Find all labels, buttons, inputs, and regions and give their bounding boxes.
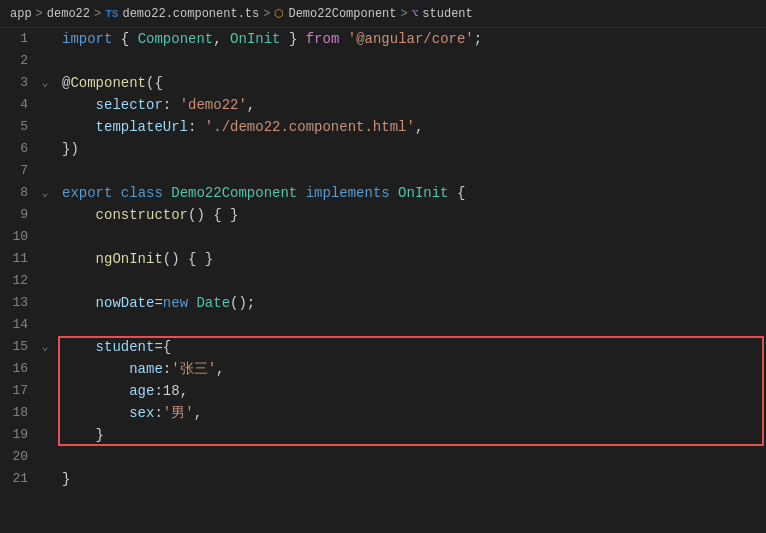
line-number: 5 xyxy=(8,116,28,138)
fold-arrow xyxy=(36,314,54,336)
code-line: export class Demo22Component implements … xyxy=(58,182,766,204)
line-number: 9 xyxy=(8,204,28,226)
fold-arrow xyxy=(36,468,54,490)
fold-arrow[interactable]: ⌄ xyxy=(36,72,54,94)
fold-arrow xyxy=(36,358,54,380)
code-token: ngOnInit xyxy=(62,248,163,270)
code-token: () { } xyxy=(188,204,238,226)
line-number: 17 xyxy=(8,380,28,402)
fold-gutter: ⌄⌄⌄ xyxy=(36,28,54,533)
code-line xyxy=(58,446,766,468)
line-number: 7 xyxy=(8,160,28,182)
code-token xyxy=(390,182,398,204)
code-token: Demo22Component xyxy=(171,182,297,204)
code-line: sex:'男', xyxy=(58,402,766,424)
code-token: OnInit xyxy=(230,28,280,50)
breadcrumb-sep-1: > xyxy=(36,7,43,21)
code-token: } xyxy=(62,424,104,446)
code-token: templateUrl xyxy=(62,116,188,138)
code-line: age:18, xyxy=(58,380,766,402)
code-content[interactable]: import { Component, OnInit } from '@angu… xyxy=(54,28,766,533)
code-token: new xyxy=(163,292,188,314)
fold-arrow xyxy=(36,94,54,116)
code-token: './demo22.component.html' xyxy=(205,116,415,138)
code-token xyxy=(112,182,120,204)
fold-arrow xyxy=(36,160,54,182)
line-number: 20 xyxy=(8,446,28,468)
code-line xyxy=(58,314,766,336)
code-token: ; xyxy=(474,28,482,50)
code-line: templateUrl: './demo22.component.html', xyxy=(58,116,766,138)
code-line xyxy=(58,270,766,292)
code-token: 'demo22' xyxy=(180,94,247,116)
code-token: '男' xyxy=(163,402,194,424)
fold-arrow xyxy=(36,424,54,446)
line-number: 13 xyxy=(8,292,28,314)
code-area[interactable]: 123456789101112131415161718192021 ⌄⌄⌄ im… xyxy=(0,28,766,533)
code-line: selector: 'demo22', xyxy=(58,94,766,116)
code-token xyxy=(297,182,305,204)
breadcrumb-component[interactable]: Demo22Component xyxy=(288,7,396,21)
line-number: 1 xyxy=(8,28,28,50)
code-line: nowDate=new Date(); xyxy=(58,292,766,314)
code-token: } xyxy=(62,468,70,490)
code-token: Component xyxy=(138,28,214,50)
line-numbers: 123456789101112131415161718192021 xyxy=(0,28,36,533)
breadcrumb: app > demo22 > TS demo22.component.ts > … xyxy=(0,0,766,28)
code-token: student xyxy=(62,336,154,358)
code-token: '@angular/core' xyxy=(348,28,474,50)
breadcrumb-method[interactable]: student xyxy=(422,7,472,21)
code-token: (); xyxy=(230,292,255,314)
line-number: 6 xyxy=(8,138,28,160)
line-number: 2 xyxy=(8,50,28,72)
line-number: 14 xyxy=(8,314,28,336)
code-token: Date xyxy=(196,292,230,314)
code-token: , xyxy=(194,402,202,424)
fold-arrow xyxy=(36,204,54,226)
code-token: implements xyxy=(306,182,390,204)
code-token: , xyxy=(216,358,224,380)
breadcrumb-filename[interactable]: demo22.component.ts xyxy=(122,7,259,21)
code-token: :18, xyxy=(154,380,188,402)
code-line: ngOnInit() { } xyxy=(58,248,766,270)
line-number: 11 xyxy=(8,248,28,270)
fold-arrow xyxy=(36,292,54,314)
code-token: : xyxy=(154,402,162,424)
line-number: 10 xyxy=(8,226,28,248)
code-token: sex xyxy=(62,402,154,424)
code-token: = xyxy=(154,292,162,314)
fold-arrow xyxy=(36,116,54,138)
code-token: @ xyxy=(62,72,70,94)
component-icon: ⬡ xyxy=(274,7,284,20)
method-icon: ⌥ xyxy=(412,7,419,20)
code-token: { xyxy=(449,182,466,204)
code-token xyxy=(339,28,347,50)
code-token: '张三' xyxy=(171,358,216,380)
breadcrumb-demo22[interactable]: demo22 xyxy=(47,7,90,21)
code-token: from xyxy=(306,28,340,50)
line-number: 15 xyxy=(8,336,28,358)
code-token: age xyxy=(62,380,154,402)
code-token xyxy=(163,182,171,204)
code-token: , xyxy=(213,28,230,50)
fold-arrow xyxy=(36,402,54,424)
fold-arrow xyxy=(36,28,54,50)
breadcrumb-app[interactable]: app xyxy=(10,7,32,21)
ts-file-icon: TS xyxy=(105,8,118,20)
fold-arrow xyxy=(36,138,54,160)
line-number: 16 xyxy=(8,358,28,380)
code-line: import { Component, OnInit } from '@angu… xyxy=(58,28,766,50)
fold-arrow xyxy=(36,50,54,72)
code-token: } xyxy=(281,28,306,50)
code-token: constructor xyxy=(62,204,188,226)
code-token: export xyxy=(62,182,112,204)
code-line: student={ xyxy=(58,336,766,358)
line-number: 18 xyxy=(8,402,28,424)
code-line: }) xyxy=(58,138,766,160)
fold-arrow[interactable]: ⌄ xyxy=(36,336,54,358)
fold-arrow xyxy=(36,380,54,402)
fold-arrow[interactable]: ⌄ xyxy=(36,182,54,204)
code-token: ({ xyxy=(146,72,163,94)
code-line: } xyxy=(58,424,766,446)
code-token: , xyxy=(247,94,255,116)
